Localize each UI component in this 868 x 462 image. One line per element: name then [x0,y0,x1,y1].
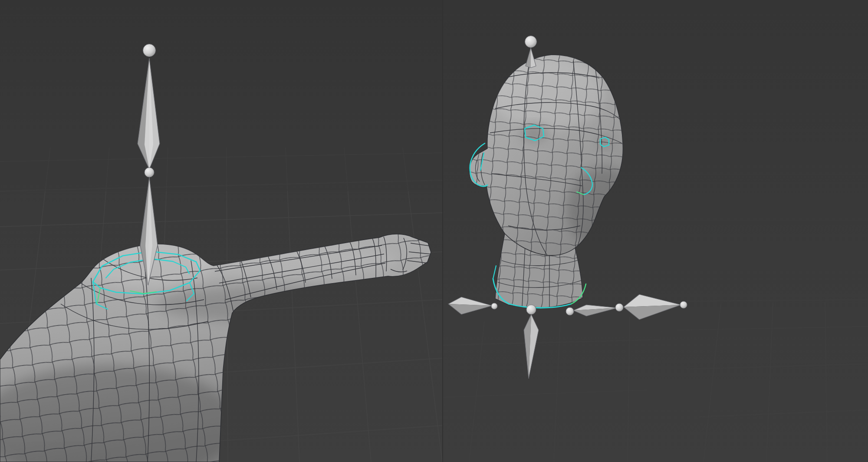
bone-joint-sphere[interactable] [525,36,537,48]
left-viewport-canvas[interactable] [0,0,442,462]
bone-joint-sphere[interactable] [615,304,623,311]
grid-horizon-fade [0,143,442,191]
bone-joint-sphere[interactable] [680,301,687,308]
viewport-stage [0,0,868,462]
bone-joint-sphere[interactable] [526,305,536,314]
left-3d-viewport[interactable] [0,0,442,462]
bone-joint-sphere[interactable] [566,307,574,315]
bone-joint-sphere[interactable] [491,303,497,309]
bone-joint-sphere[interactable] [143,44,156,57]
right-3d-viewport[interactable] [443,0,868,462]
bone-joint-sphere[interactable] [145,168,154,177]
right-viewport-canvas[interactable] [443,0,868,462]
